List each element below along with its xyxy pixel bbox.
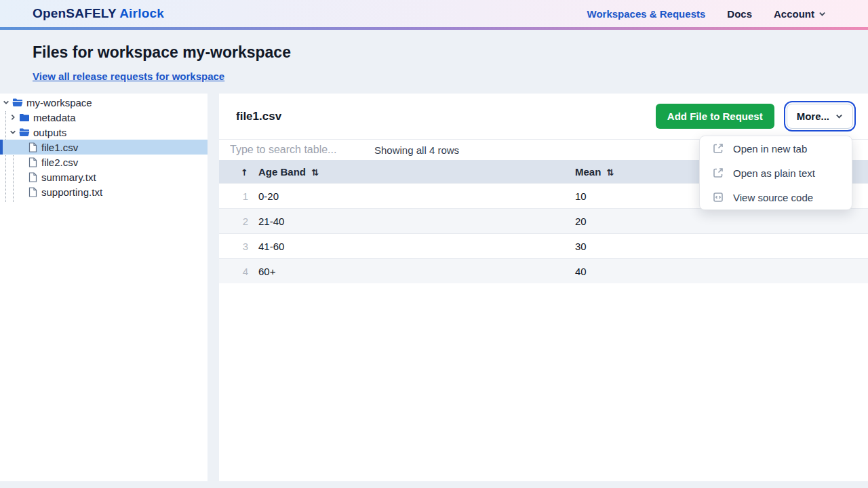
cell-mean: 20 (575, 216, 868, 227)
account-label: Account (774, 8, 814, 20)
cell-age-band: 21-40 (258, 216, 575, 227)
tree-item-label: supporting.txt (41, 186, 102, 198)
page-title: Files for workspace my-workspace (33, 43, 835, 62)
menu-item-open-as-plain-text[interactable]: Open as plain text (700, 161, 852, 185)
tree-item-label: metadata (33, 112, 76, 123)
row-number-column-header[interactable]: ↑ (219, 166, 258, 178)
external-link-icon (712, 167, 724, 179)
row-number: 1 (219, 190, 258, 202)
file-title: file1.csv (236, 110, 281, 123)
nav-link-workspaces[interactable]: Workspaces & Requests (587, 8, 706, 20)
table-row[interactable]: 3 41-60 30 (219, 233, 868, 258)
rows-status: Showing all 4 rows (374, 144, 459, 156)
tree-item-metadata[interactable]: metadata (0, 110, 208, 125)
column-header-label: Age Band (258, 166, 306, 178)
tree-item-my-workspace[interactable]: my-workspace (0, 95, 208, 110)
folder-open-icon (12, 98, 23, 107)
view-release-requests-link[interactable]: View all release requests for workspace (33, 70, 224, 82)
brand-primary: OpenSAFELY (33, 6, 116, 20)
tree-item-label: outputs (33, 127, 66, 138)
header-actions: Add File to Request More... (656, 104, 853, 129)
menu-item-open-in-new-tab[interactable]: Open in new tab (700, 136, 852, 161)
menu-item-label: Open in new tab (733, 143, 807, 155)
source-code-icon (712, 191, 724, 203)
cell-age-band: 41-60 (258, 241, 575, 252)
menu-item-view-source-code[interactable]: View source code (700, 185, 852, 209)
tree-item-summary-txt[interactable]: summary.txt (0, 169, 208, 184)
navbar-links: Workspaces & Requests Docs Account (587, 8, 826, 20)
row-number: 3 (219, 241, 258, 252)
cell-mean: 30 (575, 241, 868, 252)
menu-item-label: Open as plain text (733, 167, 815, 179)
chevron-down-icon (818, 10, 826, 18)
sort-both-icon: ⇅ (606, 167, 614, 178)
more-dropdown-menu: Open in new tab Open as plain text View … (699, 136, 852, 210)
tree-item-file1-csv[interactable]: file1.csv (0, 140, 208, 155)
chevron-down-icon (835, 113, 843, 120)
row-number: 2 (219, 216, 258, 227)
tree-item-outputs[interactable]: outputs (0, 125, 208, 140)
page-header: Files for workspace my-workspace View al… (0, 30, 868, 95)
add-file-to-request-button[interactable]: Add File to Request (656, 104, 774, 129)
folder-closed-icon (19, 113, 30, 122)
file-detail-header: file1.csv Add File to Request More... (219, 94, 868, 139)
tree-item-file2-csv[interactable]: file2.csv (0, 155, 208, 169)
panel-gap (208, 94, 219, 481)
column-header-age-band[interactable]: Age Band⇅ (258, 166, 575, 178)
folder-open-icon (19, 127, 30, 137)
cell-mean: 40 (575, 266, 868, 277)
cell-age-band: 60+ (258, 266, 575, 277)
page-bottom-margin (0, 481, 868, 488)
tree-item-label: my-workspace (26, 97, 92, 108)
file-icon (28, 172, 37, 182)
external-link-icon (712, 142, 724, 155)
cell-age-band: 0-20 (258, 190, 575, 202)
tree-item-label: file1.csv (41, 142, 78, 153)
sort-asc-icon: ↑ (241, 167, 248, 178)
tree-item-supporting-txt[interactable]: supporting.txt (0, 184, 208, 199)
chevron-right-icon[interactable] (9, 113, 17, 121)
more-button[interactable]: More... (787, 104, 853, 129)
tree-item-label: file2.csv (41, 157, 78, 168)
sort-both-icon: ⇅ (311, 167, 319, 178)
table-search-input[interactable] (230, 144, 369, 156)
table-row[interactable]: 2 21-40 20 (219, 208, 868, 233)
chevron-down-icon[interactable] (2, 98, 10, 106)
row-number: 4 (219, 266, 258, 277)
chevron-down-icon[interactable] (9, 128, 17, 136)
column-header-label: Mean (575, 166, 601, 178)
file-icon (28, 142, 37, 152)
file-icon (28, 187, 37, 197)
top-navbar: OpenSAFELY Airlock Workspaces & Requests… (0, 0, 868, 27)
file-icon (28, 157, 37, 167)
brand-secondary: Airlock (119, 6, 164, 20)
tree-item-label: summary.txt (41, 171, 96, 183)
account-menu-button[interactable]: Account (774, 8, 826, 20)
more-button-label: More... (797, 110, 829, 122)
menu-item-label: View source code (733, 192, 813, 203)
table-row[interactable]: 4 60+ 40 (219, 258, 868, 283)
file-tree-sidebar: my-workspace metadata outpu (0, 94, 208, 481)
file-tree: my-workspace metadata outpu (0, 95, 208, 199)
nav-link-docs[interactable]: Docs (727, 8, 752, 20)
brand-logo[interactable]: OpenSAFELY Airlock (33, 6, 164, 21)
